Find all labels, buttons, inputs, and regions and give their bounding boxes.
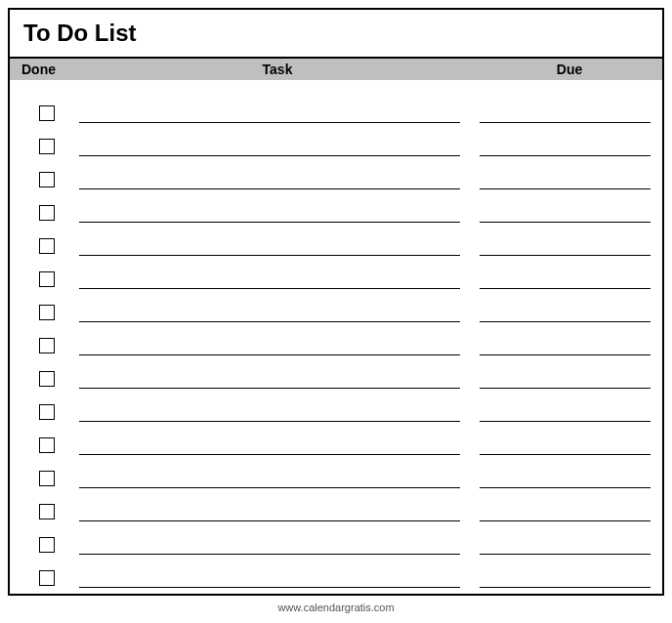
task-row — [10, 123, 662, 156]
done-checkbox[interactable] — [39, 504, 55, 519]
done-checkbox[interactable] — [39, 437, 55, 453]
done-checkbox[interactable] — [39, 205, 55, 221]
todo-frame: To Do List Done Task Due — [8, 8, 664, 596]
task-field[interactable] — [79, 288, 460, 289]
task-field[interactable] — [79, 487, 460, 488]
due-field[interactable] — [480, 122, 651, 123]
col-header-task: Task — [78, 62, 477, 77]
due-field[interactable] — [480, 520, 651, 521]
due-field[interactable] — [480, 354, 651, 355]
due-field[interactable] — [480, 155, 651, 156]
task-row — [10, 521, 662, 555]
task-field[interactable] — [79, 122, 460, 123]
due-field[interactable] — [480, 554, 651, 555]
task-row — [10, 90, 662, 123]
task-row — [10, 555, 662, 588]
col-header-done: Done — [10, 62, 78, 77]
due-field[interactable] — [480, 388, 651, 389]
task-row — [10, 355, 662, 389]
done-checkbox[interactable] — [39, 238, 55, 254]
due-field[interactable] — [480, 288, 651, 289]
done-checkbox[interactable] — [39, 404, 55, 420]
task-field[interactable] — [79, 155, 460, 156]
task-row — [10, 488, 662, 521]
title-bar: To Do List — [10, 10, 662, 59]
done-checkbox[interactable] — [39, 338, 55, 353]
due-field[interactable] — [480, 255, 651, 256]
task-field[interactable] — [79, 421, 460, 422]
task-row — [10, 322, 662, 355]
task-field[interactable] — [79, 222, 460, 223]
task-field[interactable] — [79, 354, 460, 355]
due-field[interactable] — [480, 421, 651, 422]
task-row — [10, 289, 662, 322]
task-field[interactable] — [79, 388, 460, 389]
done-checkbox[interactable] — [39, 570, 55, 586]
task-field[interactable] — [79, 454, 460, 455]
footer-text: www.calendargratis.com — [8, 596, 664, 613]
task-row — [10, 156, 662, 189]
task-row — [10, 223, 662, 256]
done-checkbox[interactable] — [39, 471, 55, 486]
due-field[interactable] — [480, 454, 651, 455]
task-row — [10, 189, 662, 223]
task-field[interactable] — [79, 520, 460, 521]
done-checkbox[interactable] — [39, 371, 55, 387]
col-header-due: Due — [477, 62, 662, 77]
task-row — [10, 389, 662, 422]
task-row — [10, 256, 662, 289]
task-field[interactable] — [79, 321, 460, 322]
done-checkbox[interactable] — [39, 172, 55, 187]
task-field[interactable] — [79, 554, 460, 555]
task-field[interactable] — [79, 587, 460, 588]
done-checkbox[interactable] — [39, 537, 55, 553]
task-field[interactable] — [79, 188, 460, 189]
done-checkbox[interactable] — [39, 305, 55, 320]
due-field[interactable] — [480, 587, 651, 588]
task-field[interactable] — [79, 255, 460, 256]
due-field[interactable] — [480, 321, 651, 322]
due-field[interactable] — [480, 487, 651, 488]
done-checkbox[interactable] — [39, 139, 55, 154]
done-checkbox[interactable] — [39, 271, 55, 287]
page-title: To Do List — [23, 20, 649, 47]
task-row — [10, 422, 662, 455]
rows-container — [10, 80, 662, 588]
done-checkbox[interactable] — [39, 105, 55, 121]
due-field[interactable] — [480, 188, 651, 189]
header-row: Done Task Due — [10, 59, 662, 80]
task-row — [10, 455, 662, 488]
due-field[interactable] — [480, 222, 651, 223]
